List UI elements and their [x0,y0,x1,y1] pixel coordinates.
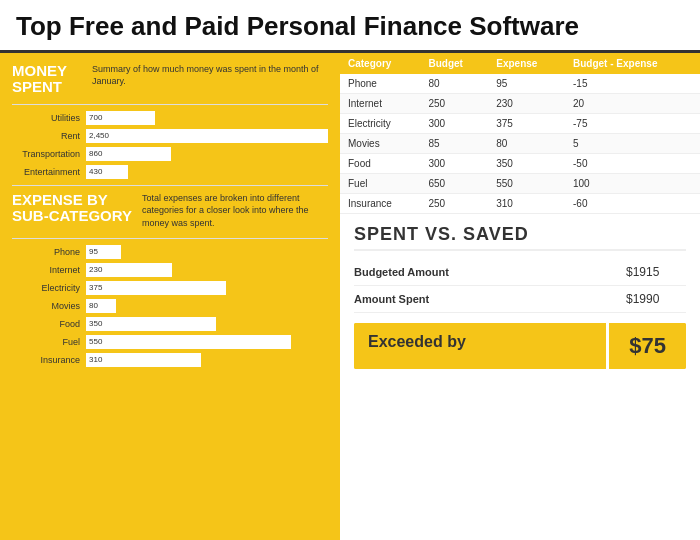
cell-budget: 85 [420,133,488,153]
subcategory-bars: Phone 95 Internet 230 Electricity 375 Mo… [12,245,328,367]
bar-label: Internet [12,265,80,275]
table-row: Phone 80 95 -15 [340,74,700,94]
table-row: Movies 85 80 5 [340,133,700,153]
left-panel: MONEYSPENT Summary of how much money was… [0,53,340,540]
bar-row: Internet 230 [12,263,328,277]
col-budget: Budget [420,53,488,74]
bar-track: 80 [86,299,328,313]
divider-1 [12,104,328,105]
money-spent-title: MONEYSPENT [12,63,82,96]
expense-subcat-header: EXPENSE BYSUB-CATEGORY Total expenses ar… [12,192,328,230]
budgeted-row: Budgeted Amount $1915 [354,259,686,286]
bar-label: Insurance [12,355,80,365]
table-row: Electricity 300 375 -75 [340,113,700,133]
expense-subcat-desc: Total expenses are broken into different… [142,192,328,230]
cell-expense: 95 [488,74,565,94]
cell-category: Food [340,153,420,173]
bar-track: 860 [86,147,328,161]
col-diff: Budget - Expense [565,53,700,74]
table-row: Fuel 650 550 100 [340,173,700,193]
right-panel: Category Budget Expense Budget - Expense… [340,53,700,540]
spent-vs-saved: SPENT VS. SAVED Budgeted Amount $1915 Am… [340,214,700,540]
bar-row: Food 350 [12,317,328,331]
exceeded-value: $75 [606,323,686,369]
table-row: Food 300 350 -50 [340,153,700,173]
bar-label: Movies [12,301,80,311]
bar-fill: 80 [86,299,116,313]
cell-expense: 310 [488,193,565,213]
bar-value: 350 [89,319,102,328]
bar-track: 230 [86,263,328,277]
content-area: MONEYSPENT Summary of how much money was… [0,53,700,540]
table-row: Internet 250 230 20 [340,93,700,113]
cell-diff: -75 [565,113,700,133]
bar-track: 2,450 [86,129,328,143]
cell-diff: 100 [565,173,700,193]
page-title: Top Free and Paid Personal Finance Softw… [16,12,684,42]
money-spent-bars: Utilities 700 Rent 2,450 Transportation … [12,111,328,179]
cell-diff: 20 [565,93,700,113]
bar-track: 550 [86,335,328,349]
bar-track: 310 [86,353,328,367]
bar-fill: 430 [86,165,128,179]
cell-expense: 350 [488,153,565,173]
bar-fill: 230 [86,263,172,277]
cell-budget: 250 [420,93,488,113]
cell-diff: -60 [565,193,700,213]
spent-value: $1990 [626,292,686,306]
bar-label: Food [12,319,80,329]
cell-diff: -15 [565,74,700,94]
bar-row: Utilities 700 [12,111,328,125]
bar-value: 230 [89,265,102,274]
bar-fill: 375 [86,281,226,295]
bar-row: Movies 80 [12,299,328,313]
bar-label: Transportation [12,149,80,159]
cell-category: Movies [340,133,420,153]
cell-category: Fuel [340,173,420,193]
bar-fill: 860 [86,147,171,161]
cell-diff: -50 [565,153,700,173]
bar-label: Electricity [12,283,80,293]
bar-value: 375 [89,283,102,292]
table-header-row: Category Budget Expense Budget - Expense [340,53,700,74]
bar-value: 550 [89,337,102,346]
cell-category: Insurance [340,193,420,213]
cell-expense: 375 [488,113,565,133]
money-spent-desc: Summary of how much money was spent in t… [92,63,328,88]
cell-expense: 80 [488,133,565,153]
budget-table: Category Budget Expense Budget - Expense… [340,53,700,214]
cell-category: Phone [340,74,420,94]
bar-value: 310 [89,355,102,364]
divider-2 [12,185,328,186]
spent-saved-title: SPENT VS. SAVED [354,224,686,251]
bar-fill: 550 [86,335,291,349]
bar-fill: 310 [86,353,201,367]
cell-budget: 300 [420,113,488,133]
spent-label: Amount Spent [354,293,616,305]
bar-value: 700 [89,113,102,122]
exceeded-row: Exceeded by $75 [354,323,686,369]
cell-budget: 250 [420,193,488,213]
cell-budget: 300 [420,153,488,173]
col-category: Category [340,53,420,74]
bar-label: Fuel [12,337,80,347]
money-spent-header: MONEYSPENT Summary of how much money was… [12,63,328,96]
bar-row: Rent 2,450 [12,129,328,143]
spent-row: Amount Spent $1990 [354,286,686,313]
bar-fill: 700 [86,111,155,125]
cell-budget: 650 [420,173,488,193]
bar-label: Utilities [12,113,80,123]
cell-diff: 5 [565,133,700,153]
bar-track: 95 [86,245,328,259]
divider-3 [12,238,328,239]
bar-track: 430 [86,165,328,179]
cell-category: Electricity [340,113,420,133]
bar-value: 430 [89,167,102,176]
bar-track: 375 [86,281,328,295]
bar-row: Fuel 550 [12,335,328,349]
bar-fill: 350 [86,317,216,331]
col-expense: Expense [488,53,565,74]
bar-value: 860 [89,149,102,158]
cell-budget: 80 [420,74,488,94]
bar-fill: 95 [86,245,121,259]
